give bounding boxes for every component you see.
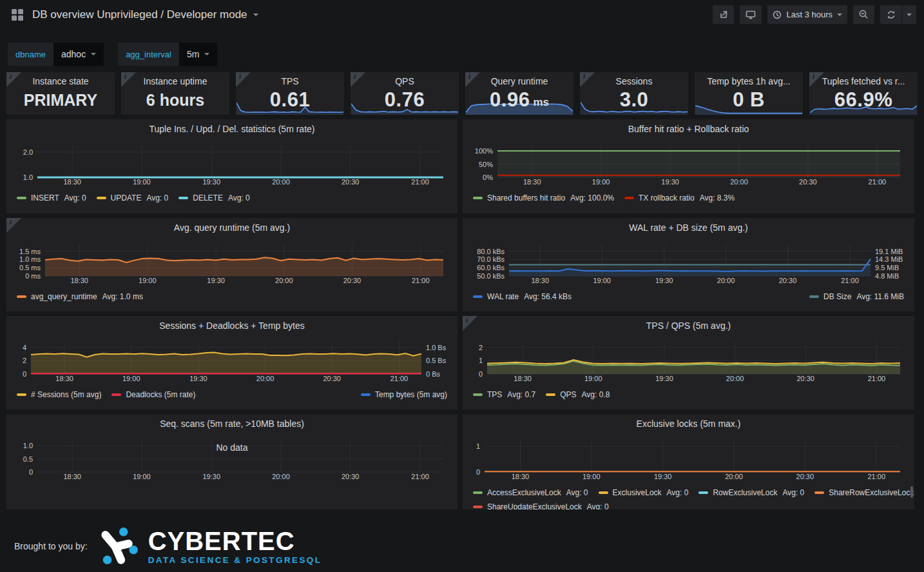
stat-query-runtime[interactable]: i Query runtime 0.96 ms [465,72,573,115]
legend-item[interactable]: ExclusiveLockAvg: 0 [599,488,689,497]
panel-info-icon[interactable]: i [121,72,136,87]
x-axis-tick-label: 19:30 [197,473,226,480]
legend-series-label: AccessExclusiveLock [487,488,561,497]
stat-title: Sessions [616,76,653,86]
legend-item[interactable]: AccessExclusiveLockAvg: 0 [473,488,588,497]
variable-agg-interval-select[interactable]: 5m [179,43,217,66]
x-axis-tick-label: 19:00 [588,277,616,284]
share-button[interactable] [713,5,734,24]
stat-instance-uptime[interactable]: i Instance uptime 6 hours [121,72,229,115]
right-axis-tick-label: 0 Bs [426,370,440,379]
legend-item[interactable]: TPSAvg: 0.7 [473,390,535,399]
legend-item[interactable]: Shared buffers hit ratioAvg: 100.0% [473,193,614,202]
panel-title[interactable]: Buffer hit ratio + Rollback ratio [463,119,914,139]
panel-info-icon[interactable]: i [351,72,365,87]
legend-item[interactable]: DB SizeAvg: 11.6 MiB [809,292,904,301]
panel-chart: 1.5 ms1.0 ms0.5 ms0 ms18:3019:0019:3020:… [12,237,452,288]
footer: Brought to you by: CYBERTEC DATA SCIENCE… [14,526,924,566]
tv-mode-button[interactable] [740,5,762,24]
panel-info-icon[interactable]: i [236,72,251,87]
x-axis-tick-label: 21:00 [406,473,434,480]
x-axis-tick-label: 19:30 [650,375,679,382]
y-axis-tick-label: 1 [468,356,483,365]
legend-item[interactable]: TX rollback ratioAvg: 8.3% [624,193,735,202]
x-axis-tick-label: 20:00 [721,375,749,382]
legend-series-label: INSERT [31,193,59,202]
legend-item[interactable]: Deadlocks (5m rate) [111,390,195,399]
legend-item[interactable]: RowExclusiveLockAvg: 0 [698,488,804,497]
stat-tuples-fetched[interactable]: i Tuples fetched vs r... 66.9% [809,72,918,115]
legend-series-color-icon [546,393,555,396]
legend-series-color-icon [473,491,483,494]
stat-instance-state[interactable]: i Instance state PRIMARY [6,72,115,115]
stat-sessions[interactable]: i Sessions 3.0 [580,72,688,115]
dashboard-title-dropdown[interactable]: DB overview Unprivileged / Developer mod… [32,8,258,21]
panel-chart: 80.0 kBs19.1 MiB70.0 kBs14.3 MiB60.0 kBs… [468,237,909,288]
x-axis-tick-label: 20:00 [267,473,295,480]
legend-avg-value: Avg: 0 [228,193,250,202]
legend-item[interactable]: ShareRowExclusiveLockAvg: 0 [814,488,914,497]
chevron-down-icon [907,14,912,16]
panel-info-icon[interactable]: i [580,72,595,87]
y-axis-tick-label: 0% [468,173,493,182]
legend-scrollbar[interactable] [910,486,913,498]
legend-avg-value: Avg: 0 [667,488,689,497]
y-axis-tick-label: 50.0 kBs [468,271,505,281]
panel-title[interactable]: Exclusive locks (5m max.) [463,414,914,433]
legend-item[interactable]: DELETEAvg: 0 [178,193,250,202]
legend-item[interactable]: UPDATEAvg: 0 [97,193,169,202]
x-axis-tick-label: 18:30 [508,375,537,382]
time-range-label: Last 3 hours [786,10,833,19]
legend-series-label: avg_query_runtime [31,292,97,301]
legend-avg-value: Avg: 0.8 [582,390,610,399]
chevron-down-icon [91,53,96,55]
stat-title: Tuples fetched vs r... [822,76,905,86]
panel-title[interactable]: Tuple Ins. / Upd. / Del. statistics (5m … [6,119,457,139]
variable-agg-interval-label: agg_interval [118,43,179,66]
panel-avg-query-runtime: i Avg. query runtime (5m avg.) 1.5 ms1.0… [6,218,457,311]
legend-avg-value: Avg: 100.0% [570,193,614,202]
legend-item[interactable]: ShareUpdateExclusiveLockAvg: 0 [473,502,609,509]
stat-title: Instance state [32,76,88,86]
legend-item[interactable]: Temp bytes (5m avg) [361,390,447,399]
panel-title[interactable]: Sessions + Deadlocks + Temp bytes [6,316,457,335]
stat-temp-bytes[interactable]: Temp bytes 1h avg... 0 B [695,72,803,115]
panel-info-icon[interactable]: i [465,72,480,87]
y-axis-tick-label: 2 [12,356,26,365]
legend-series-color-icon [361,393,371,396]
stat-tps[interactable]: i TPS 0.61 [236,72,344,115]
legend-series-color-icon [473,393,483,396]
time-range-picker[interactable]: Last 3 hours [767,5,847,24]
dashboards-grid-icon[interactable] [8,5,27,25]
x-axis-tick-label: 19:30 [656,178,684,186]
legend-avg-value: Avg: 0 [146,193,168,202]
x-axis-tick-label: 20:30 [336,473,365,480]
variable-dbname-select[interactable]: adhoc [53,43,104,66]
x-axis-tick-label: 18:30 [518,178,546,186]
panel-wal-rate-db-size: WAL rate + DB size (5m avg.) 80.0 kBs19.… [463,218,914,311]
zoom-out-button[interactable] [853,5,874,24]
x-axis-tick-label: 20:00 [712,277,740,284]
legend-item[interactable]: WAL rateAvg: 56.4 kBs [473,292,572,301]
panel-title[interactable]: WAL rate + DB size (5m avg.) [463,218,914,237]
panel-info-icon[interactable]: i [6,72,21,87]
legend-item[interactable]: QPSAvg: 0.8 [546,390,610,399]
stat-title: Query runtime [491,76,548,86]
refresh-button[interactable] [880,5,901,24]
panel-title[interactable]: TPS / QPS (5m avg.) [463,316,914,335]
legend-item[interactable]: avg_query_runtimeAvg: 1.0 ms [17,292,143,301]
x-axis-tick-label: 20:30 [336,178,365,186]
legend-series-color-icon [624,197,634,199]
x-axis-tick-label: 20:30 [338,277,366,284]
panel-title[interactable]: Seq. scans (5m rate, >10MB tables) [6,414,457,433]
stat-qps[interactable]: i QPS 0.76 [351,72,459,115]
legend-series-label: UPDATE [111,193,142,202]
legend-avg-value: Avg: 0 [64,193,86,202]
refresh-interval-dropdown[interactable] [902,5,916,24]
panel-chart: 1.00.5018:3019:0019:3020:0020:3021:00No … [12,433,452,484]
legend-series-color-icon [814,491,824,494]
panel-title[interactable]: Avg. query runtime (5m avg.) [6,218,457,237]
legend-item[interactable]: # Sessions (5m avg) [17,390,101,399]
legend-item[interactable]: INSERTAvg: 0 [17,193,86,202]
legend-series-label: ShareUpdateExclusiveLock [487,502,582,509]
